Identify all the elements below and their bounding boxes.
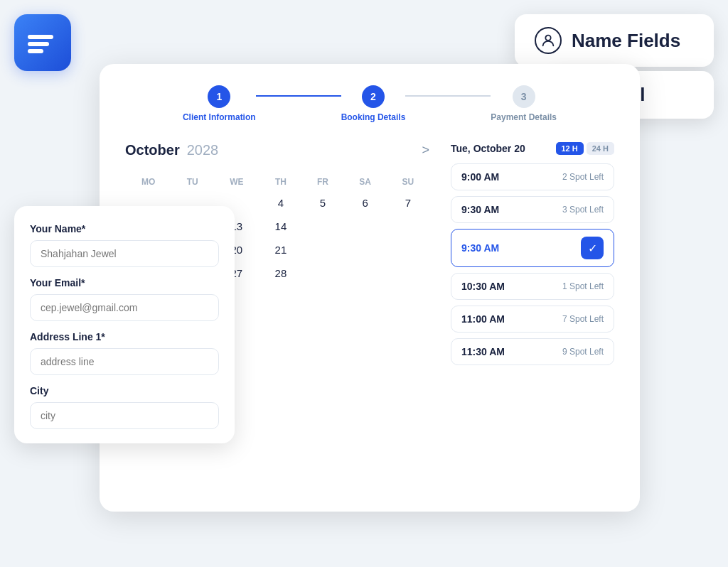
slot-1030-spots: 1 Spot Left — [562, 281, 604, 291]
calendar-month: October — [125, 142, 180, 158]
calendar-day[interactable]: 28 — [259, 261, 301, 285]
stepper: 1 Client Information 2 Booking Details 3… — [125, 85, 614, 122]
step-2-circle: 2 — [362, 85, 385, 108]
svg-rect-1 — [28, 42, 49, 46]
slot-900[interactable]: 9:00 AM 2 Spot Left — [451, 163, 614, 190]
slot-1130-time: 11:30 AM — [461, 346, 505, 357]
slot-900-time: 9:00 AM — [461, 171, 499, 183]
address-field-label: Address Line 1* — [30, 331, 219, 342]
step-3[interactable]: 3 Payment Details — [491, 85, 557, 122]
calendar-day — [301, 261, 343, 285]
calendar-day[interactable]: 7 — [387, 191, 429, 215]
name-input[interactable] — [30, 240, 219, 267]
calendar-day[interactable]: 5 — [301, 191, 343, 215]
calendar-day — [301, 215, 343, 238]
slot-930-preview-time: 9:30 AM — [461, 204, 499, 215]
day-header-mo: MO — [125, 173, 171, 191]
popup-name-label: Name Fields — [572, 30, 680, 52]
email-input[interactable] — [30, 294, 219, 321]
slot-1100[interactable]: 11:00 AM 7 Spot Left — [451, 306, 614, 333]
step-3-circle: 3 — [513, 85, 535, 108]
step-2-label: Booking Details — [341, 112, 406, 122]
calendar-day — [343, 215, 386, 238]
calendar-header: October 2028 > — [125, 142, 429, 158]
slot-930-preview-spots: 3 Spot Left — [562, 205, 604, 215]
day-header-tu: TU — [171, 173, 213, 191]
time-slot-header: Tue, October 20 12 H 24 H — [451, 142, 614, 155]
time-slot-date: Tue, October 20 — [451, 143, 525, 154]
svg-point-3 — [545, 36, 550, 40]
person-icon — [535, 27, 562, 54]
calendar-year: 2028 — [187, 142, 219, 158]
slot-1130-spots: 9 Spot Left — [562, 347, 604, 357]
calendar-next-button[interactable]: > — [422, 143, 429, 158]
calendar-day[interactable]: 6 — [343, 191, 386, 215]
app-logo — [14, 14, 71, 71]
calendar-day — [387, 215, 429, 238]
day-header-th: TH — [259, 173, 301, 191]
svg-rect-2 — [28, 49, 43, 53]
calendar-day — [387, 238, 429, 261]
calendar-day — [301, 238, 343, 261]
slot-930-preview[interactable]: 9:30 AM 3 Spot Left — [451, 196, 614, 223]
slot-930-active-time: 9:30 AM — [461, 242, 499, 254]
calendar-day[interactable]: 4 — [259, 191, 301, 215]
slot-930-active[interactable]: 9:30 AM ✓ — [451, 229, 614, 267]
email-field-label: Your Email* — [30, 277, 219, 288]
day-header-sa: SA — [343, 173, 386, 191]
slot-1130[interactable]: 11:30 AM 9 Spot Left — [451, 338, 614, 365]
12h-format-button[interactable]: 12 H — [556, 142, 584, 155]
slot-1030-time: 10:30 AM — [461, 281, 505, 292]
form-card: Your Name* Your Email* Address Line 1* C… — [14, 206, 235, 443]
slot-check-icon: ✓ — [581, 237, 604, 259]
time-format-buttons: 12 H 24 H — [556, 142, 615, 155]
step-2[interactable]: 2 Booking Details — [341, 85, 406, 122]
slot-1030[interactable]: 10:30 AM 1 Spot Left — [451, 273, 614, 300]
day-header-we: WE — [213, 173, 259, 191]
calendar-day — [387, 261, 429, 285]
step-1-label: Client Information — [183, 112, 256, 122]
24h-format-button[interactable]: 24 H — [587, 142, 614, 155]
address-input[interactable] — [30, 348, 219, 375]
calendar-day — [343, 238, 386, 261]
step-1[interactable]: 1 Client Information — [183, 85, 256, 122]
city-field-label: City — [30, 385, 219, 396]
svg-rect-0 — [28, 35, 53, 39]
city-input[interactable] — [30, 402, 219, 429]
slot-1100-spots: 7 Spot Left — [562, 314, 604, 324]
calendar-day[interactable]: 21 — [259, 238, 301, 261]
step-3-label: Payment Details — [491, 112, 557, 122]
slot-1100-time: 11:00 AM — [461, 313, 505, 325]
step-line-1 — [256, 95, 341, 97]
step-1-circle: 1 — [208, 85, 230, 108]
name-field-label: Your Name* — [30, 223, 219, 234]
slot-900-spots: 2 Spot Left — [562, 172, 604, 182]
calendar-day[interactable]: 14 — [259, 215, 301, 238]
day-header-su: SU — [387, 173, 429, 191]
calendar-day — [343, 261, 386, 285]
day-header-fr: FR — [301, 173, 343, 191]
time-slots-panel: Tue, October 20 12 H 24 H 9:00 AM 2 Spot… — [451, 142, 614, 371]
step-line-2 — [405, 95, 491, 97]
popup-name-fields: Name Fields — [515, 14, 714, 67]
